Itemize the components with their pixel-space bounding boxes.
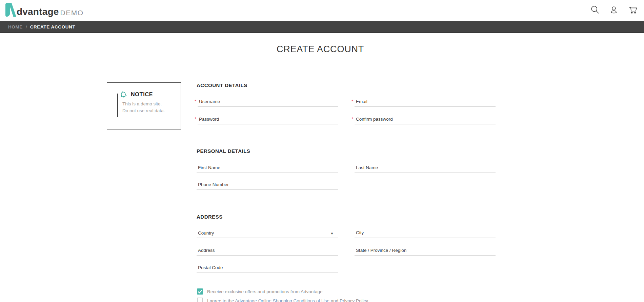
agree-checkbox-row[interactable]: I agree to the Advantage Online Shopping… [197, 298, 368, 302]
confirm-password-input[interactable] [355, 116, 496, 124]
email-input[interactable] [355, 98, 496, 106]
confirm-password-field[interactable]: * [355, 116, 496, 124]
breadcrumb-current: CREATE ACCOUNT [30, 24, 76, 29]
breadcrumb-separator: / [26, 24, 27, 29]
page-title: CREATE ACCOUNT [0, 44, 641, 55]
user-icon[interactable] [609, 5, 619, 15]
state-field[interactable] [355, 247, 496, 256]
header-icons [590, 5, 638, 15]
last-name-field[interactable] [355, 164, 496, 173]
section-heading-account-details: ACCOUNT DETAILS [197, 82, 247, 88]
top-header: dvantage DEMO [0, 0, 644, 21]
state-input[interactable] [355, 247, 496, 255]
agree-link-shop[interactable]: Advantage Online Shopping [235, 298, 292, 302]
address-input[interactable] [197, 247, 338, 255]
agree-text-suffix: and Privacy Policy [329, 298, 368, 302]
bell-icon [119, 90, 128, 99]
breadcrumb-home-link[interactable]: HOME [8, 24, 23, 29]
first-name-field[interactable] [197, 164, 338, 173]
address-field[interactable] [197, 247, 338, 256]
first-name-input[interactable] [197, 164, 338, 173]
agree-checkbox-unchecked-icon[interactable] [197, 298, 203, 302]
postal-code-field[interactable] [197, 264, 338, 273]
city-field[interactable] [355, 229, 496, 238]
notice-line1: This is a demo site. [122, 101, 162, 106]
notice-title: NOTICE [131, 92, 153, 98]
offers-checkbox-label: Receive exclusive offers and promotions … [207, 289, 322, 294]
notice-box: NOTICE This is a demo site. Do not use r… [107, 82, 181, 129]
agree-link-conditions[interactable]: Conditions of Use [293, 298, 329, 302]
chevron-down-icon: ▼ [330, 232, 334, 235]
logo-brand-text: dvantage [17, 7, 59, 17]
required-marker: * [195, 99, 196, 104]
advantage-a-mark-icon [5, 3, 16, 17]
phone-number-input[interactable] [197, 181, 338, 189]
city-input[interactable] [355, 229, 496, 238]
notice-header: NOTICE [120, 91, 153, 98]
agree-text-prefix: I agree to the [207, 298, 235, 302]
agree-checkbox-label: I agree to the Advantage Online Shopping… [207, 298, 368, 302]
advantage-logo[interactable]: dvantage DEMO [5, 3, 84, 17]
required-marker: * [351, 116, 353, 122]
search-icon[interactable] [590, 5, 600, 15]
phone-number-field[interactable] [197, 181, 338, 190]
country-select[interactable]: Country ▼ [197, 229, 338, 238]
required-marker: * [351, 99, 353, 104]
notice-line2: Do not use real data. [122, 108, 165, 113]
required-marker: * [195, 116, 196, 122]
section-heading-personal-details: PERSONAL DETAILS [197, 148, 250, 154]
breadcrumb: HOME / CREATE ACCOUNT [0, 21, 644, 33]
username-input[interactable] [198, 98, 338, 106]
username-field[interactable]: * [198, 98, 338, 107]
notice-accent-bar [117, 94, 118, 117]
cart-icon[interactable] [628, 5, 638, 15]
postal-code-input[interactable] [197, 264, 338, 273]
section-heading-address: ADDRESS [197, 214, 223, 220]
offers-checkbox-checked-icon[interactable] [197, 288, 203, 295]
email-field[interactable]: * [355, 98, 496, 107]
password-field[interactable]: * [198, 116, 338, 124]
country-select-label: Country [198, 230, 214, 236]
password-input[interactable] [198, 116, 338, 124]
last-name-input[interactable] [355, 164, 496, 173]
offers-checkbox-row[interactable]: Receive exclusive offers and promotions … [197, 288, 322, 295]
logo-demo-text: DEMO [60, 9, 84, 16]
create-account-page: dvantage DEMO [0, 0, 644, 302]
